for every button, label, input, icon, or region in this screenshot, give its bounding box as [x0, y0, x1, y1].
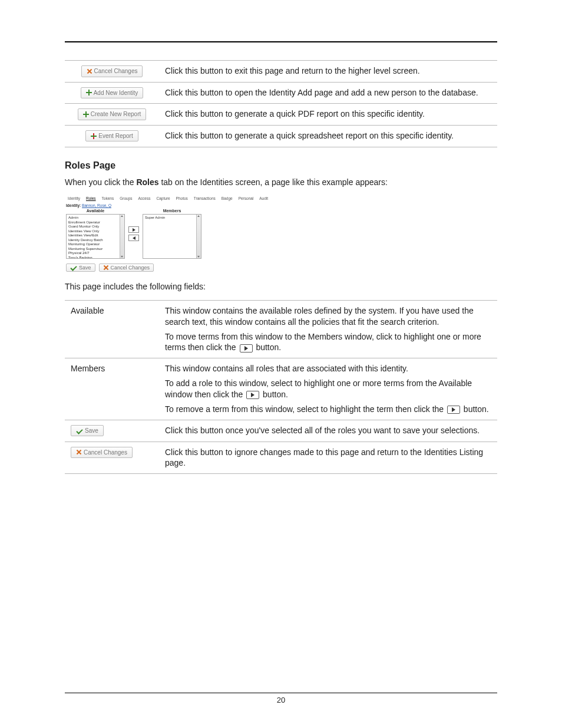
desc-paragraph: To add a role to this window, select to …	[165, 378, 491, 400]
field-label: Members	[65, 358, 159, 420]
identity-name-link[interactable]: Bannon, Rose, Q	[82, 203, 111, 207]
check-icon	[76, 428, 83, 434]
button-description: Click this button to exit this page and …	[159, 61, 497, 83]
field-label: Available	[65, 300, 159, 358]
event-report-button[interactable]: Event Report	[85, 130, 138, 142]
members-listbox[interactable]: Super Admin	[143, 214, 201, 259]
button-description: Click this button to generate a quick sp…	[159, 125, 497, 147]
close-icon	[87, 68, 92, 74]
save-button[interactable]: Save	[71, 425, 104, 437]
list-item[interactable]: Super Admin	[145, 216, 199, 220]
list-item[interactable]: Enrollment Operator	[68, 220, 123, 225]
intro-post: tab on the Identities screen, a page lik…	[159, 177, 388, 187]
tab-tokens[interactable]: Tokens	[99, 195, 117, 202]
desc-paragraph: To move terms from this window to the Me…	[165, 331, 491, 354]
arrow-right-button-icon	[447, 406, 460, 414]
tab-badge[interactable]: Badge	[219, 195, 236, 202]
list-item[interactable]: Identities View/Edit	[68, 233, 123, 238]
tab-photos[interactable]: Photos	[173, 195, 191, 202]
list-item[interactable]: Physical 24/7	[68, 251, 123, 256]
available-listbox[interactable]: AdminEnrollment OperatorGuard Monitor On…	[66, 214, 125, 259]
members-header: Members	[143, 209, 201, 214]
fields-reference-table: AvailableThis window contains the availa…	[65, 300, 497, 475]
tab-roles[interactable]: Roles	[83, 195, 99, 202]
cancel-changes-button[interactable]: Cancel Changes	[81, 65, 143, 77]
available-column: Available AdminEnrollment OperatorGuard …	[66, 209, 125, 259]
close-icon	[76, 449, 82, 455]
tab-capture[interactable]: Capture	[153, 195, 173, 202]
list-item[interactable]: Guard Monitor Only	[68, 225, 123, 229]
transfer-buttons	[128, 209, 139, 259]
intro-bold: Roles	[136, 177, 158, 187]
field-description: Click this button once you've selected a…	[159, 420, 497, 442]
close-icon	[103, 265, 109, 271]
desc-paragraph: This window contains the available roles…	[165, 305, 491, 328]
members-column: Members Super Admin	[143, 209, 201, 259]
field-description: Click this button to ignore changes made…	[159, 442, 497, 474]
list-item[interactable]: Monitoring Operator	[68, 242, 123, 247]
list-item[interactable]: Admin	[68, 216, 123, 220]
scrollbar[interactable]	[196, 215, 201, 258]
intro-pre: When you click the	[65, 177, 136, 187]
tab-groups[interactable]: Groups	[117, 195, 135, 202]
identity-label: Identity:	[66, 203, 81, 207]
arrow-right-button-icon	[240, 344, 253, 353]
tab-transactions[interactable]: Transactions	[191, 195, 219, 202]
tab-audit[interactable]: Audit	[256, 195, 271, 202]
add-new-identity-button[interactable]: Add New Identity	[81, 87, 144, 99]
desc-paragraph: This window contains all roles that are …	[165, 363, 491, 374]
shot-cancel-button[interactable]: Cancel Changes	[99, 263, 154, 272]
page-number: 20	[65, 696, 497, 704]
create-new-report-button[interactable]: Create New Report	[78, 108, 147, 120]
tab-access[interactable]: Access	[135, 195, 154, 202]
tab-personal[interactable]: Personal	[236, 195, 257, 202]
list-item[interactable]: Identities View Only	[68, 229, 123, 234]
field-description: This window contains all roles that are …	[159, 358, 497, 420]
list-item[interactable]: Identity Destroy Batch	[68, 238, 123, 243]
cancel-changes-button[interactable]: Cancel Changes	[71, 447, 133, 459]
move-left-button[interactable]	[128, 235, 139, 241]
identity-line: Identity: Bannon, Rose, Q	[65, 202, 253, 209]
button-label: Save	[85, 427, 98, 435]
page-top-rule	[65, 41, 497, 42]
list-item[interactable]: Monitoring Supervisor	[68, 247, 123, 252]
button-label: Create New Report	[91, 110, 141, 118]
plus-icon	[86, 90, 92, 95]
buttons-reference-table: Cancel ChangesClick this button to exit …	[65, 60, 497, 147]
move-right-button[interactable]	[128, 226, 139, 233]
desc-paragraph: Click this button to ignore changes made…	[165, 447, 491, 469]
button-label: Cancel Changes	[94, 67, 138, 75]
shot-save-button[interactable]: Save	[66, 263, 95, 272]
button-description: Click this button to open the Identity A…	[159, 82, 497, 104]
button-description: Click this button to generate a quick PD…	[159, 104, 497, 126]
shot-save-label: Save	[79, 265, 91, 271]
tab-identity[interactable]: Identity	[65, 195, 83, 202]
shot-cancel-label: Cancel Changes	[111, 265, 150, 271]
button-label: Cancel Changes	[84, 449, 127, 457]
button-label: Add New Identity	[94, 89, 138, 97]
arrow-right-button-icon	[246, 391, 259, 399]
scrollbar[interactable]	[120, 215, 124, 258]
check-icon	[70, 265, 77, 271]
list-item[interactable]: Tony's Badging	[68, 256, 123, 259]
after-shot-text: This page includes the following fields:	[65, 281, 497, 293]
section-intro: When you click the Roles tab on the Iden…	[65, 177, 497, 189]
roles-screenshot: IdentityRolesTokensGroupsAccessCapturePh…	[65, 195, 253, 273]
desc-paragraph: To remove a term from this window, selec…	[165, 404, 491, 415]
plus-icon	[91, 133, 97, 139]
button-label: Event Report	[98, 132, 133, 140]
section-heading: Roles Page	[65, 160, 497, 171]
shot-tabs: IdentityRolesTokensGroupsAccessCapturePh…	[65, 195, 253, 202]
available-header: Available	[66, 209, 125, 214]
plus-icon	[83, 111, 89, 117]
field-description: This window contains the available roles…	[159, 300, 497, 358]
page-footer: 20	[65, 693, 497, 704]
desc-paragraph: Click this button once you've selected a…	[165, 425, 491, 436]
